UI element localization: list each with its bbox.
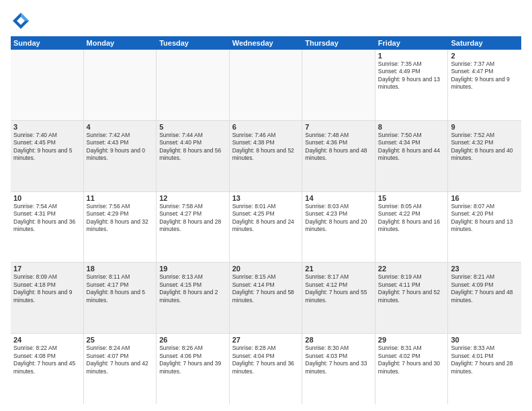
page: SundayMondayTuesdayWednesdayThursdayFrid… — [0, 0, 532, 411]
day-cell-12: 12Sunrise: 7:58 AMSunset: 4:27 PMDayligh… — [157, 192, 230, 263]
day-number: 22 — [378, 265, 445, 273]
calendar-week-5: 24Sunrise: 8:22 AMSunset: 4:08 PMDayligh… — [11, 334, 521, 404]
day-cell-6: 6Sunrise: 7:46 AMSunset: 4:38 PMDaylight… — [230, 121, 303, 191]
day-number: 5 — [159, 123, 226, 131]
day-cell-5: 5Sunrise: 7:44 AMSunset: 4:40 PMDaylight… — [157, 121, 230, 191]
day-info: Sunrise: 8:22 AMSunset: 4:08 PMDaylight:… — [13, 345, 81, 375]
day-cell-22: 22Sunrise: 8:19 AMSunset: 4:11 PMDayligh… — [375, 263, 449, 333]
day-number: 10 — [13, 194, 81, 202]
day-cell-29: 29Sunrise: 8:31 AMSunset: 4:02 PMDayligh… — [375, 334, 449, 404]
day-info: Sunrise: 8:21 AMSunset: 4:09 PMDaylight:… — [451, 273, 519, 304]
day-info: Sunrise: 8:03 AMSunset: 4:23 PMDaylight:… — [305, 203, 372, 234]
calendar-week-2: 3Sunrise: 7:40 AMSunset: 4:45 PMDaylight… — [11, 121, 521, 192]
day-number: 19 — [159, 265, 226, 273]
day-info: Sunrise: 8:13 AMSunset: 4:15 PMDaylight:… — [159, 273, 226, 304]
day-info: Sunrise: 8:05 AMSunset: 4:22 PMDaylight:… — [378, 203, 445, 234]
day-info: Sunrise: 7:48 AMSunset: 4:36 PMDaylight:… — [305, 132, 372, 163]
day-number: 16 — [451, 194, 519, 202]
empty-cell — [84, 50, 157, 120]
day-header-monday: Monday — [84, 36, 157, 50]
day-cell-21: 21Sunrise: 8:17 AMSunset: 4:12 PMDayligh… — [302, 263, 375, 333]
day-number: 12 — [159, 194, 226, 202]
day-info: Sunrise: 7:44 AMSunset: 4:40 PMDaylight:… — [159, 132, 226, 163]
day-number: 28 — [305, 336, 372, 344]
day-info: Sunrise: 7:50 AMSunset: 4:34 PMDaylight:… — [378, 132, 445, 163]
empty-cell — [157, 50, 230, 120]
empty-cell — [302, 50, 375, 120]
calendar: SundayMondayTuesdayWednesdayThursdayFrid… — [11, 36, 521, 404]
day-number: 25 — [87, 336, 154, 344]
day-number: 13 — [232, 194, 300, 202]
day-cell-11: 11Sunrise: 7:56 AMSunset: 4:29 PMDayligh… — [84, 192, 157, 263]
day-cell-30: 30Sunrise: 8:33 AMSunset: 4:01 PMDayligh… — [448, 334, 521, 404]
day-number: 24 — [13, 336, 81, 344]
day-info: Sunrise: 7:58 AMSunset: 4:27 PMDaylight:… — [159, 203, 226, 234]
day-info: Sunrise: 8:28 AMSunset: 4:04 PMDaylight:… — [232, 345, 300, 375]
day-number: 1 — [378, 52, 445, 60]
day-info: Sunrise: 8:11 AMSunset: 4:17 PMDaylight:… — [87, 273, 154, 304]
day-cell-27: 27Sunrise: 8:28 AMSunset: 4:04 PMDayligh… — [230, 334, 303, 404]
day-header-tuesday: Tuesday — [157, 36, 230, 50]
day-number: 3 — [13, 123, 81, 131]
day-number: 17 — [13, 265, 81, 273]
day-cell-9: 9Sunrise: 7:52 AMSunset: 4:32 PMDaylight… — [448, 121, 521, 191]
day-number: 29 — [378, 336, 445, 344]
day-info: Sunrise: 8:24 AMSunset: 4:07 PMDaylight:… — [87, 345, 154, 375]
calendar-week-4: 17Sunrise: 8:09 AMSunset: 4:18 PMDayligh… — [11, 263, 521, 334]
day-header-sunday: Sunday — [11, 36, 84, 50]
day-info: Sunrise: 7:40 AMSunset: 4:45 PMDaylight:… — [13, 132, 81, 163]
day-info: Sunrise: 8:26 AMSunset: 4:06 PMDaylight:… — [159, 345, 226, 375]
day-cell-3: 3Sunrise: 7:40 AMSunset: 4:45 PMDaylight… — [11, 121, 84, 191]
day-number: 6 — [232, 123, 300, 131]
day-cell-1: 1Sunrise: 7:35 AMSunset: 4:49 PMDaylight… — [375, 50, 449, 120]
day-cell-19: 19Sunrise: 8:13 AMSunset: 4:15 PMDayligh… — [157, 263, 230, 333]
empty-cell — [230, 50, 303, 120]
day-cell-26: 26Sunrise: 8:26 AMSunset: 4:06 PMDayligh… — [157, 334, 230, 404]
day-info: Sunrise: 8:07 AMSunset: 4:20 PMDaylight:… — [451, 203, 519, 234]
day-number: 21 — [305, 265, 372, 273]
day-header-thursday: Thursday — [302, 36, 375, 50]
day-cell-4: 4Sunrise: 7:42 AMSunset: 4:43 PMDaylight… — [84, 121, 157, 191]
logo — [11, 11, 34, 31]
day-info: Sunrise: 8:09 AMSunset: 4:18 PMDaylight:… — [13, 273, 81, 304]
empty-cell — [11, 50, 84, 120]
day-info: Sunrise: 7:42 AMSunset: 4:43 PMDaylight:… — [87, 132, 154, 163]
day-cell-14: 14Sunrise: 8:03 AMSunset: 4:23 PMDayligh… — [302, 192, 375, 263]
day-number: 7 — [305, 123, 372, 131]
day-info: Sunrise: 8:01 AMSunset: 4:25 PMDaylight:… — [232, 203, 300, 234]
day-number: 11 — [87, 194, 154, 202]
day-info: Sunrise: 7:54 AMSunset: 4:31 PMDaylight:… — [13, 203, 81, 234]
day-info: Sunrise: 7:46 AMSunset: 4:38 PMDaylight:… — [232, 132, 300, 163]
day-info: Sunrise: 8:30 AMSunset: 4:03 PMDaylight:… — [305, 345, 372, 375]
day-number: 26 — [159, 336, 226, 344]
day-cell-2: 2Sunrise: 7:37 AMSunset: 4:47 PMDaylight… — [448, 50, 521, 120]
day-cell-28: 28Sunrise: 8:30 AMSunset: 4:03 PMDayligh… — [302, 334, 375, 404]
day-cell-16: 16Sunrise: 8:07 AMSunset: 4:20 PMDayligh… — [448, 192, 521, 263]
day-number: 2 — [451, 52, 519, 60]
day-number: 8 — [378, 123, 445, 131]
calendar-body: 1Sunrise: 7:35 AMSunset: 4:49 PMDaylight… — [11, 50, 521, 404]
header — [11, 11, 521, 31]
day-cell-24: 24Sunrise: 8:22 AMSunset: 4:08 PMDayligh… — [11, 334, 84, 404]
day-header-saturday: Saturday — [448, 36, 521, 50]
day-number: 14 — [305, 194, 372, 202]
day-number: 15 — [378, 194, 445, 202]
day-info: Sunrise: 7:35 AMSunset: 4:49 PMDaylight:… — [378, 60, 445, 91]
day-info: Sunrise: 8:33 AMSunset: 4:01 PMDaylight:… — [451, 345, 519, 375]
day-cell-8: 8Sunrise: 7:50 AMSunset: 4:34 PMDaylight… — [375, 121, 449, 191]
calendar-week-1: 1Sunrise: 7:35 AMSunset: 4:49 PMDaylight… — [11, 50, 521, 121]
day-header-wednesday: Wednesday — [230, 36, 303, 50]
day-cell-10: 10Sunrise: 7:54 AMSunset: 4:31 PMDayligh… — [11, 192, 84, 263]
day-cell-13: 13Sunrise: 8:01 AMSunset: 4:25 PMDayligh… — [230, 192, 303, 263]
logo-icon — [11, 11, 31, 31]
day-cell-17: 17Sunrise: 8:09 AMSunset: 4:18 PMDayligh… — [11, 263, 84, 333]
day-info: Sunrise: 8:19 AMSunset: 4:11 PMDaylight:… — [378, 273, 445, 304]
day-info: Sunrise: 8:31 AMSunset: 4:02 PMDaylight:… — [378, 345, 445, 375]
day-header-friday: Friday — [375, 36, 449, 50]
day-cell-20: 20Sunrise: 8:15 AMSunset: 4:14 PMDayligh… — [230, 263, 303, 333]
day-number: 18 — [87, 265, 154, 273]
day-info: Sunrise: 8:15 AMSunset: 4:14 PMDaylight:… — [232, 273, 300, 304]
day-info: Sunrise: 7:56 AMSunset: 4:29 PMDaylight:… — [87, 203, 154, 234]
day-cell-23: 23Sunrise: 8:21 AMSunset: 4:09 PMDayligh… — [448, 263, 521, 333]
day-number: 4 — [87, 123, 154, 131]
